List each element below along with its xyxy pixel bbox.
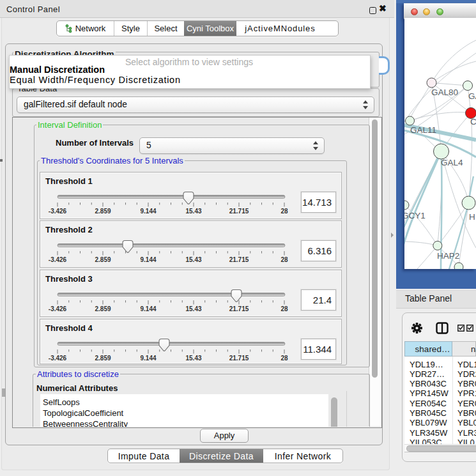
svg-text:CD: CD <box>470 117 476 127</box>
svg-text:GAL4: GAL4 <box>441 158 463 167</box>
svg-text:GAL11: GAL11 <box>410 125 436 135</box>
svg-text:GCY1: GCY1 <box>404 211 426 220</box>
svg-text:HAP2: HAP2 <box>437 251 459 261</box>
svg-text:GA: GA <box>468 91 476 101</box>
svg-text:H: H <box>469 212 475 222</box>
svg-text:GAL80: GAL80 <box>431 88 458 97</box>
